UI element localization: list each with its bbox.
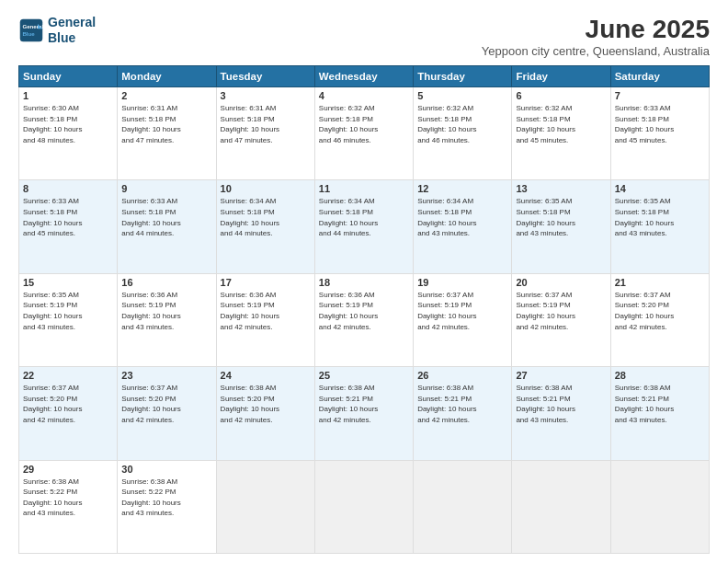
day-info: Sunrise: 6:38 AM Sunset: 5:20 PM Dayligh…	[221, 383, 311, 425]
day-info: Sunrise: 6:35 AM Sunset: 5:18 PM Dayligh…	[615, 196, 705, 238]
day-info: Sunrise: 6:38 AM Sunset: 5:22 PM Dayligh…	[23, 477, 113, 519]
day-number: 6	[516, 90, 606, 101]
day-number: 9	[121, 183, 211, 194]
table-row: 30Sunrise: 6:38 AM Sunset: 5:22 PM Dayli…	[118, 460, 216, 553]
calendar-week-row: 22Sunrise: 6:37 AM Sunset: 5:20 PM Dayli…	[19, 367, 710, 460]
col-monday: Monday	[118, 66, 216, 87]
table-row: 3Sunrise: 6:31 AM Sunset: 5:18 PM Daylig…	[216, 87, 314, 180]
table-row: 17Sunrise: 6:36 AM Sunset: 5:19 PM Dayli…	[216, 273, 314, 366]
table-row: 21Sunrise: 6:37 AM Sunset: 5:20 PM Dayli…	[610, 273, 709, 366]
day-info: Sunrise: 6:37 AM Sunset: 5:19 PM Dayligh…	[417, 290, 507, 332]
col-thursday: Thursday	[414, 66, 512, 87]
table-row	[314, 460, 413, 553]
day-info: Sunrise: 6:34 AM Sunset: 5:18 PM Dayligh…	[221, 196, 311, 238]
day-info: Sunrise: 6:35 AM Sunset: 5:19 PM Dayligh…	[23, 290, 113, 332]
day-info: Sunrise: 6:34 AM Sunset: 5:18 PM Dayligh…	[417, 196, 507, 238]
day-info: Sunrise: 6:37 AM Sunset: 5:20 PM Dayligh…	[615, 290, 705, 332]
day-number: 7	[615, 90, 705, 101]
day-number: 23	[121, 370, 211, 381]
day-info: Sunrise: 6:35 AM Sunset: 5:18 PM Dayligh…	[516, 196, 606, 238]
table-row: 28Sunrise: 6:38 AM Sunset: 5:21 PM Dayli…	[610, 367, 709, 460]
day-info: Sunrise: 6:32 AM Sunset: 5:18 PM Dayligh…	[417, 103, 507, 145]
day-info: Sunrise: 6:36 AM Sunset: 5:19 PM Dayligh…	[221, 290, 311, 332]
table-row: 14Sunrise: 6:35 AM Sunset: 5:18 PM Dayli…	[610, 180, 709, 273]
day-info: Sunrise: 6:37 AM Sunset: 5:20 PM Dayligh…	[23, 383, 113, 425]
day-info: Sunrise: 6:33 AM Sunset: 5:18 PM Dayligh…	[615, 103, 705, 145]
day-info: Sunrise: 6:37 AM Sunset: 5:20 PM Dayligh…	[121, 383, 211, 425]
table-row: 12Sunrise: 6:34 AM Sunset: 5:18 PM Dayli…	[414, 180, 512, 273]
day-number: 14	[615, 183, 705, 194]
day-info: Sunrise: 6:38 AM Sunset: 5:21 PM Dayligh…	[319, 383, 409, 425]
day-number: 15	[23, 277, 113, 288]
day-number: 11	[319, 183, 409, 194]
table-row: 9Sunrise: 6:33 AM Sunset: 5:18 PM Daylig…	[118, 180, 216, 273]
day-info: Sunrise: 6:34 AM Sunset: 5:18 PM Dayligh…	[319, 196, 409, 238]
day-number: 4	[319, 90, 409, 101]
day-info: Sunrise: 6:30 AM Sunset: 5:18 PM Dayligh…	[23, 103, 113, 145]
calendar-table: Sunday Monday Tuesday Wednesday Thursday…	[18, 65, 710, 554]
table-row: 6Sunrise: 6:32 AM Sunset: 5:18 PM Daylig…	[512, 87, 610, 180]
day-info: Sunrise: 6:33 AM Sunset: 5:18 PM Dayligh…	[23, 196, 113, 238]
col-sunday: Sunday	[19, 66, 118, 87]
col-wednesday: Wednesday	[314, 66, 413, 87]
logo-line2: Blue	[48, 30, 75, 45]
day-number: 24	[221, 370, 311, 381]
day-number: 26	[417, 370, 507, 381]
page: General Blue General Blue June 2025 Yepp…	[0, 0, 728, 563]
day-number: 27	[516, 370, 606, 381]
title-block: June 2025 Yeppoon city centre, Queenslan…	[482, 15, 710, 58]
table-row: 15Sunrise: 6:35 AM Sunset: 5:19 PM Dayli…	[19, 273, 118, 366]
day-info: Sunrise: 6:36 AM Sunset: 5:19 PM Dayligh…	[319, 290, 409, 332]
calendar-week-row: 8Sunrise: 6:33 AM Sunset: 5:18 PM Daylig…	[19, 180, 710, 273]
table-row: 18Sunrise: 6:36 AM Sunset: 5:19 PM Dayli…	[314, 273, 413, 366]
day-number: 1	[23, 90, 113, 101]
table-row	[414, 460, 512, 553]
table-row	[610, 460, 709, 553]
table-row: 24Sunrise: 6:38 AM Sunset: 5:20 PM Dayli…	[216, 367, 314, 460]
day-number: 10	[221, 183, 311, 194]
col-saturday: Saturday	[610, 66, 709, 87]
day-number: 2	[121, 90, 211, 101]
table-row: 8Sunrise: 6:33 AM Sunset: 5:18 PM Daylig…	[19, 180, 118, 273]
table-row: 7Sunrise: 6:33 AM Sunset: 5:18 PM Daylig…	[610, 87, 709, 180]
table-row: 4Sunrise: 6:32 AM Sunset: 5:18 PM Daylig…	[314, 87, 413, 180]
day-number: 20	[516, 277, 606, 288]
day-info: Sunrise: 6:38 AM Sunset: 5:21 PM Dayligh…	[516, 383, 606, 425]
day-number: 25	[319, 370, 409, 381]
day-number: 28	[615, 370, 705, 381]
day-info: Sunrise: 6:31 AM Sunset: 5:18 PM Dayligh…	[221, 103, 311, 145]
table-row: 26Sunrise: 6:38 AM Sunset: 5:21 PM Dayli…	[414, 367, 512, 460]
table-row: 22Sunrise: 6:37 AM Sunset: 5:20 PM Dayli…	[19, 367, 118, 460]
table-row: 29Sunrise: 6:38 AM Sunset: 5:22 PM Dayli…	[19, 460, 118, 553]
day-info: Sunrise: 6:38 AM Sunset: 5:21 PM Dayligh…	[417, 383, 507, 425]
calendar-week-row: 15Sunrise: 6:35 AM Sunset: 5:19 PM Dayli…	[19, 273, 710, 366]
subtitle: Yeppoon city centre, Queensland, Austral…	[482, 44, 710, 58]
logo-icon: General Blue	[18, 17, 44, 43]
day-number: 16	[121, 277, 211, 288]
logo-text: General Blue	[48, 15, 96, 46]
table-row: 19Sunrise: 6:37 AM Sunset: 5:19 PM Dayli…	[414, 273, 512, 366]
day-info: Sunrise: 6:33 AM Sunset: 5:18 PM Dayligh…	[121, 196, 211, 238]
table-row: 10Sunrise: 6:34 AM Sunset: 5:18 PM Dayli…	[216, 180, 314, 273]
header: General Blue General Blue June 2025 Yepp…	[18, 15, 710, 58]
day-number: 19	[417, 277, 507, 288]
day-info: Sunrise: 6:38 AM Sunset: 5:22 PM Dayligh…	[121, 477, 211, 519]
table-row: 16Sunrise: 6:36 AM Sunset: 5:19 PM Dayli…	[118, 273, 216, 366]
svg-text:Blue: Blue	[22, 30, 35, 37]
logo-line1: General	[48, 15, 96, 29]
calendar-header-row: Sunday Monday Tuesday Wednesday Thursday…	[19, 66, 710, 87]
table-row: 2Sunrise: 6:31 AM Sunset: 5:18 PM Daylig…	[118, 87, 216, 180]
table-row: 5Sunrise: 6:32 AM Sunset: 5:18 PM Daylig…	[414, 87, 512, 180]
logo: General Blue General Blue	[18, 15, 96, 46]
day-number: 29	[23, 464, 113, 475]
day-number: 13	[516, 183, 606, 194]
day-info: Sunrise: 6:32 AM Sunset: 5:18 PM Dayligh…	[319, 103, 409, 145]
col-friday: Friday	[512, 66, 610, 87]
day-number: 21	[615, 277, 705, 288]
table-row: 25Sunrise: 6:38 AM Sunset: 5:21 PM Dayli…	[314, 367, 413, 460]
calendar-week-row: 29Sunrise: 6:38 AM Sunset: 5:22 PM Dayli…	[19, 460, 710, 553]
table-row: 11Sunrise: 6:34 AM Sunset: 5:18 PM Dayli…	[314, 180, 413, 273]
day-info: Sunrise: 6:31 AM Sunset: 5:18 PM Dayligh…	[121, 103, 211, 145]
day-number: 8	[23, 183, 113, 194]
day-number: 22	[23, 370, 113, 381]
